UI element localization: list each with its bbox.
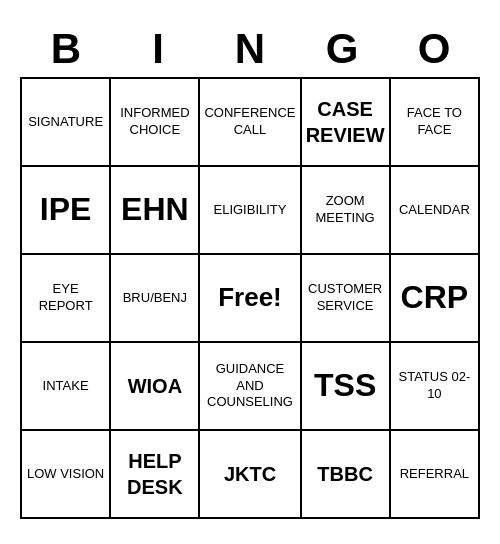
- bingo-cell: ELIGIBILITY: [200, 167, 301, 255]
- bingo-cell: EYE REPORT: [22, 255, 111, 343]
- bingo-cell: Free!: [200, 255, 301, 343]
- bingo-cell: INTAKE: [22, 343, 111, 431]
- bingo-cell: LOW VISION: [22, 431, 111, 519]
- bingo-cell: SIGNATURE: [22, 79, 111, 167]
- bingo-letter: G: [298, 25, 386, 73]
- bingo-card: BINGO SIGNATUREINFORMED CHOICECONFERENCE…: [10, 15, 490, 529]
- bingo-cell: TBBC: [302, 431, 391, 519]
- bingo-cell: WIOA: [111, 343, 200, 431]
- bingo-cell: ZOOM MEETING: [302, 167, 391, 255]
- bingo-cell: EHN: [111, 167, 200, 255]
- bingo-cell: CONFERENCE CALL: [200, 79, 301, 167]
- bingo-cell: HELP DESK: [111, 431, 200, 519]
- bingo-letter: N: [206, 25, 294, 73]
- bingo-cell: FACE TO FACE: [391, 79, 480, 167]
- bingo-cell: REFERRAL: [391, 431, 480, 519]
- bingo-grid: SIGNATUREINFORMED CHOICECONFERENCE CALLC…: [20, 77, 480, 519]
- bingo-cell: GUIDANCE AND COUNSELING: [200, 343, 301, 431]
- bingo-cell: CALENDAR: [391, 167, 480, 255]
- bingo-cell: CRP: [391, 255, 480, 343]
- bingo-letter: I: [114, 25, 202, 73]
- bingo-cell: JKTC: [200, 431, 301, 519]
- bingo-cell: IPE: [22, 167, 111, 255]
- bingo-cell: TSS: [302, 343, 391, 431]
- bingo-cell: CUSTOMER SERVICE: [302, 255, 391, 343]
- bingo-title: BINGO: [20, 25, 480, 73]
- bingo-cell: INFORMED CHOICE: [111, 79, 200, 167]
- bingo-letter: B: [22, 25, 110, 73]
- bingo-cell: CASE REVIEW: [302, 79, 391, 167]
- bingo-cell: STATUS 02-10: [391, 343, 480, 431]
- bingo-cell: BRU/BENJ: [111, 255, 200, 343]
- bingo-letter: O: [390, 25, 478, 73]
